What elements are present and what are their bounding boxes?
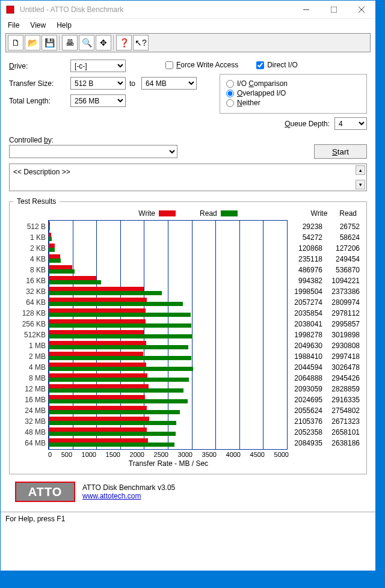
bar-row [49, 264, 287, 275]
drive-select[interactable]: [-c-] [70, 60, 126, 72]
product-name: ATTO Disk Benchmark v3.05 [82, 483, 175, 492]
value-row: 19982783019898 [288, 329, 361, 340]
y-tick-label: 1 MB [13, 340, 46, 351]
overlapped-io-radio[interactable]: Overlapped I/O [226, 89, 360, 97]
open-icon[interactable]: 📂 [25, 35, 40, 51]
legend-read: Read [200, 209, 238, 218]
chart-area: 512 B1 KB2 KB4 KB8 KB16 KB32 KB64 KB128 … [13, 220, 363, 450]
y-tick-label: 48 MB [13, 427, 46, 438]
start-button[interactable]: Start [314, 144, 367, 159]
whatsthis-icon[interactable]: ↖? [133, 35, 149, 51]
value-row: 120868127206 [288, 243, 361, 254]
x-tick-label: 3500 [202, 451, 217, 458]
new-icon[interactable]: 🗋 [8, 35, 23, 51]
force-write-checkbox[interactable]: Force Write Access [165, 61, 238, 69]
read-value: 3026478 [322, 362, 360, 373]
menu-file[interactable]: File [8, 21, 19, 29]
value-row: 2923826752 [288, 221, 361, 232]
x-axis-labels: 0500100015002000250030003500400045005000 [48, 451, 289, 458]
read-value: 2995857 [322, 319, 360, 329]
write-value: 2038041 [288, 319, 322, 329]
read-value: 2754802 [322, 405, 360, 416]
vendor-link[interactable]: www.attotech.com [82, 492, 141, 500]
read-value: 2978112 [322, 308, 360, 319]
bar-row [49, 221, 287, 231]
close-button[interactable] [348, 1, 375, 19]
value-row: 486976536870 [288, 265, 361, 275]
write-value: 235118 [288, 254, 322, 265]
preview-icon[interactable]: 🔍 [79, 35, 94, 51]
write-bar [49, 330, 144, 334]
value-row: 20648882945426 [288, 373, 361, 384]
y-tick-label: 16 MB [13, 394, 46, 405]
statusbar: For Help, press F1 [1, 512, 375, 525]
bar-row [49, 231, 287, 242]
description-box[interactable]: << Description >> ▴ ▾ [9, 164, 367, 191]
y-tick-label: 8 KB [13, 265, 46, 275]
value-row: 235118249454 [288, 254, 361, 265]
write-bar [49, 373, 147, 378]
value-row: 5427258624 [288, 232, 361, 243]
write-value: 2049630 [288, 340, 322, 351]
results-legend: Test Results [13, 197, 60, 206]
write-bar [49, 395, 145, 399]
move-icon[interactable]: ✥ [96, 35, 111, 51]
scroll-down-icon[interactable]: ▾ [356, 180, 365, 189]
write-bar [49, 417, 149, 421]
bar-row [49, 296, 287, 307]
write-value: 2052358 [288, 427, 322, 438]
bar-row [49, 286, 287, 296]
write-value: 2064888 [288, 373, 322, 384]
atto-logo: ATTO [15, 482, 75, 502]
menu-help[interactable]: Help [57, 21, 72, 29]
y-tick-label: 32 KB [13, 286, 46, 297]
maximize-button[interactable] [320, 1, 348, 19]
y-tick-label: 64 MB [13, 438, 46, 449]
y-tick-label: 12 MB [13, 384, 46, 394]
total-length-select[interactable]: 256 MB [70, 94, 126, 107]
write-bar [49, 233, 51, 237]
write-bar [49, 265, 72, 269]
io-comparison-radio[interactable]: I/O Comparison [226, 79, 360, 88]
transfer-size-from-select[interactable]: 512 B [70, 77, 126, 90]
read-bar [49, 313, 191, 317]
minimize-button[interactable] [292, 1, 320, 19]
neither-radio[interactable]: Neither [226, 99, 360, 107]
write-value: 2055624 [288, 405, 322, 416]
print-icon[interactable]: 🖶 [62, 35, 78, 51]
help-icon[interactable]: ❓ [116, 35, 132, 51]
controlled-by-select[interactable] [9, 145, 177, 158]
transfer-size-to-select[interactable]: 64 MB [141, 77, 197, 90]
read-bar [49, 443, 174, 447]
write-bar [49, 276, 96, 280]
bar-row [49, 340, 287, 351]
bar-row [49, 437, 287, 448]
description-scrollbar[interactable]: ▴ ▾ [356, 165, 365, 189]
read-value: 2671323 [322, 416, 360, 427]
save-icon[interactable]: 💾 [42, 35, 57, 51]
read-value: 2945426 [322, 373, 360, 384]
menu-view[interactable]: View [30, 21, 46, 29]
titlebar: Untitled - ATTO Disk Benchmark [1, 1, 375, 19]
x-tick-label: 4000 [226, 451, 241, 458]
value-row: 20445943026478 [288, 362, 361, 373]
value-row: 20246952916335 [288, 394, 361, 405]
scroll-up-icon[interactable]: ▴ [356, 165, 365, 175]
value-row: 19884102997418 [288, 351, 361, 362]
write-value: 1998504 [288, 286, 322, 297]
total-length-label: Total Length: [9, 97, 67, 105]
write-value: 2024695 [288, 394, 322, 405]
write-bar [49, 341, 146, 345]
main-window: Untitled - ATTO Disk Benchmark File View… [0, 0, 376, 571]
direct-io-checkbox[interactable]: Direct I/O [256, 61, 298, 69]
svg-rect-2 [331, 7, 337, 13]
read-value: 536870 [322, 265, 360, 275]
read-bar [49, 248, 55, 252]
write-bar [49, 319, 146, 323]
write-value: 2035854 [288, 308, 322, 319]
write-bar [49, 222, 50, 226]
write-value: 2093059 [288, 384, 322, 394]
queue-depth-select[interactable]: 4 [334, 117, 367, 130]
write-value: 994382 [288, 275, 322, 286]
y-tick-label: 4 KB [13, 254, 46, 265]
